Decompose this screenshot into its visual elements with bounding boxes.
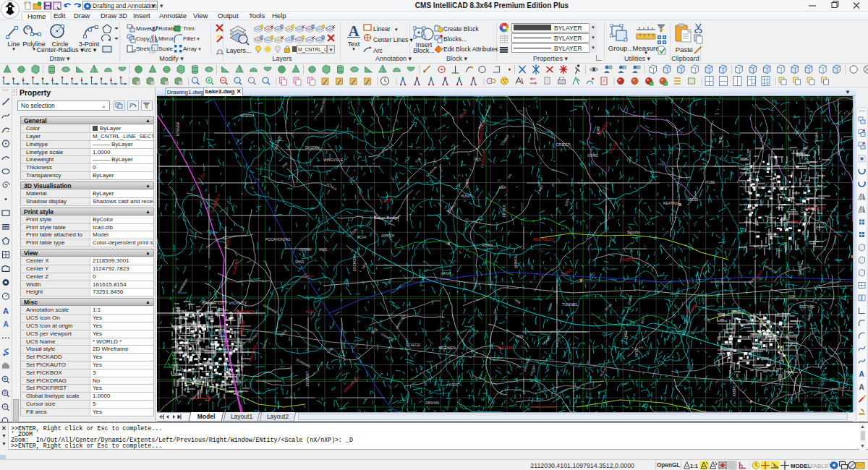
svg-text:POCAHONTAS: POCAHONTAS: [265, 237, 291, 242]
svg-text:BCSS: BCSS: [689, 198, 698, 202]
svg-text:FGS: FGS: [516, 335, 523, 338]
svg-text:HWHH: HWHH: [229, 331, 239, 335]
svg-text:CREST: CREST: [556, 142, 571, 147]
svg-text:AHONOGH: AHONOGH: [804, 206, 825, 210]
svg-text:Baker Bridge: Baker Bridge: [374, 215, 399, 220]
svg-text:GCAECEI: GCAECEI: [406, 343, 420, 347]
svg-text:RKK: RKK: [475, 158, 481, 161]
svg-text:ALSL: ALSL: [305, 309, 315, 314]
svg-text:WFSFRH: WFSFRH: [240, 114, 254, 118]
svg-text:A: A: [859, 383, 864, 391]
svg-text:KEATING: KEATING: [663, 201, 679, 205]
svg-text:KSOC: KSOC: [449, 383, 459, 387]
svg-text:DKODKAI: DKODKAI: [305, 146, 320, 150]
svg-text:DBSKMN: DBSKMN: [425, 401, 439, 405]
svg-text:HUNT: HUNT: [461, 194, 471, 198]
svg-text:GGK: GGK: [788, 295, 796, 299]
svg-text:OHKS: OHKS: [466, 179, 469, 188]
svg-text:TFIO: TFIO: [719, 136, 723, 144]
svg-text:SHNS: SHNS: [295, 260, 305, 264]
svg-text:A: A: [3, 307, 9, 315]
svg-text:RSILKBOO: RSILKBOO: [533, 237, 554, 242]
svg-text:IORMD: IORMD: [587, 154, 599, 158]
svg-text:FHGL: FHGL: [624, 330, 628, 339]
svg-text:AKIMFAL: AKIMFAL: [514, 254, 518, 268]
svg-text:KKBFD: KKBFD: [733, 385, 736, 396]
svg-text:AKHALH: AKHALH: [381, 234, 394, 238]
svg-text:RICHLAND: RICHLAND: [750, 333, 773, 337]
svg-text:LLIEOTK: LLIEOTK: [497, 346, 514, 350]
svg-text:DMIMHAOS: DMIMHAOS: [233, 309, 255, 314]
svg-text:KWH: KWH: [815, 134, 819, 142]
svg-text:MTKNSM: MTKNSM: [176, 121, 180, 136]
svg-text:WINGVILLE: WINGVILLE: [323, 158, 344, 162]
svg-text:ITCBE: ITCBE: [705, 181, 715, 184]
svg-text:MMST: MMST: [302, 275, 314, 279]
svg-text:FBTFLO: FBTFLO: [503, 204, 506, 217]
svg-text:DABI: DABI: [597, 126, 600, 134]
svg-text:KTT: KTT: [237, 346, 243, 349]
svg-text:MWS: MWS: [319, 248, 327, 252]
svg-text:OAM: OAM: [224, 368, 232, 372]
svg-text:A: A: [859, 370, 864, 378]
svg-text:BAKER CITY VICINITY: BAKER CITY VICINITY: [202, 301, 247, 305]
svg-text:GEA: GEA: [499, 186, 506, 189]
svg-text:A: A: [4, 320, 9, 328]
svg-text:TORNLCT: TORNLCT: [799, 261, 802, 276]
svg-text:Sporto: Sporto: [627, 230, 640, 234]
svg-text:CKHWK: CKHWK: [299, 248, 312, 252]
svg-text:TUNNEL: TUNNEL: [562, 302, 578, 307]
svg-text:MMIDL: MMIDL: [790, 220, 803, 224]
svg-text:1:1: 1:1: [690, 463, 698, 469]
svg-text:TABLET: TABLET: [810, 463, 832, 469]
svg-text:BAKER CITY: BAKER CITY: [190, 379, 216, 383]
svg-text:AKGW: AKGW: [441, 272, 452, 275]
svg-text:ANHKA: ANHKA: [482, 244, 493, 247]
svg-text:KCIMDRT: KCIMDRT: [306, 371, 310, 386]
svg-text:EOCRCDH: EOCRCDH: [353, 255, 357, 271]
svg-text:ANGFSIT: ANGFSIT: [620, 257, 637, 262]
svg-text:MCEWEN: MCEWEN: [439, 346, 456, 350]
svg-text:MCFK: MCFK: [357, 236, 367, 239]
svg-text:WFKE: WFKE: [635, 348, 639, 357]
